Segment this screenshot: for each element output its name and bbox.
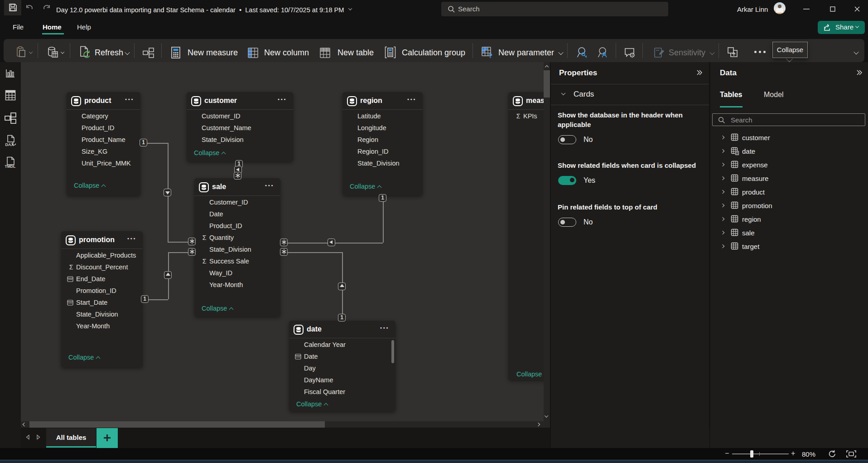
- svg-text:?: ?: [488, 52, 492, 58]
- svg-text:TMDL: TMDL: [5, 164, 16, 169]
